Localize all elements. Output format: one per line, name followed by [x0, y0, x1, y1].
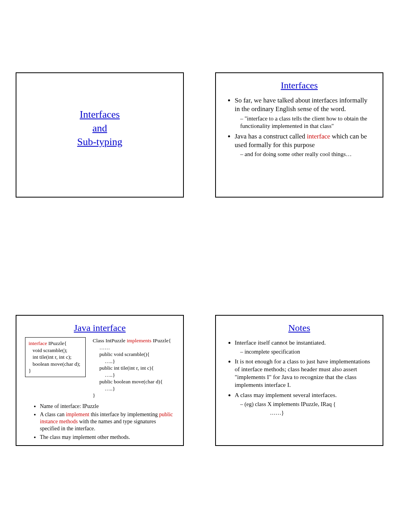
title-line-2: and	[92, 121, 107, 135]
t: this interface by implementing	[89, 412, 159, 417]
bullet: A class may implement several interfaces…	[235, 391, 374, 417]
sub-bullet: (eg) class X implements IPuzzle, IRaq {	[240, 401, 374, 408]
slide4-title: Notes	[225, 323, 374, 333]
bullet: A class can implement this interface by …	[40, 411, 174, 433]
keyword-interface: interface	[307, 133, 330, 140]
sub-bullets: and for doing some other really cool thi…	[235, 151, 374, 158]
slide3-title: Java interface	[25, 323, 174, 333]
kw-interface: interface	[29, 340, 47, 346]
slide-row-1: Interfaces and Sub-typing Interfaces So …	[0, 0, 399, 198]
slide4-bullets: Interface itself cannot be instantiated.…	[225, 339, 374, 417]
slide-java-interface: Java interface interface IPuzzle{ void s…	[16, 315, 184, 446]
class-code: Class IntPuzzle implements IPuzzle{ …… p…	[93, 337, 174, 399]
slide2-title: Interfaces	[225, 80, 374, 91]
kw-implements: implements	[127, 338, 151, 343]
bullet: Java has a construct called interface wh…	[235, 132, 374, 158]
class-body: IPuzzle{ …… public void scramble(){ …..}…	[93, 338, 171, 398]
title-block: Interfaces and Sub-typing	[25, 80, 174, 190]
interface-code-box: interface IPuzzle{ void scramble(); int …	[25, 337, 86, 377]
bullet-text: A class may implement several interfaces…	[235, 392, 337, 398]
kw-implement: implement	[66, 412, 89, 417]
page: Interfaces and Sub-typing Interfaces So …	[0, 0, 399, 532]
sub-bullets: (eg) class X implements IPuzzle, IRaq {	[235, 401, 374, 408]
slide3-bullets: Name of interface: IPuzzle A class can i…	[25, 403, 174, 441]
title-line-1: Interfaces	[80, 108, 120, 121]
bullet: Name of interface: IPuzzle	[40, 403, 174, 410]
slide-row-2: Java interface interface IPuzzle{ void s…	[0, 198, 399, 446]
code-row: interface IPuzzle{ void scramble(); int …	[25, 337, 174, 399]
sub-bullets: "interface to a class tells the client h…	[235, 115, 374, 130]
bullet-text: So far, we have talked about interfaces …	[235, 97, 367, 113]
bullet: It is not enough for a class to just hav…	[235, 358, 374, 388]
sub-bullet: and for doing some other really cool thi…	[240, 151, 374, 158]
eg-continuation: ……}	[235, 409, 374, 417]
class-head-a: Class IntPuzzle	[93, 338, 127, 343]
bullet: The class may implement other methods.	[40, 434, 174, 441]
title-line-3: Sub-typing	[77, 135, 122, 149]
slide2-bullets: So far, we have talked about interfaces …	[225, 96, 374, 158]
sub-bullet: "interface to a class tells the client h…	[240, 115, 374, 130]
sub-bullet: incomplete specification	[240, 348, 374, 356]
bullet: Interface itself cannot be instantiated.…	[235, 339, 374, 355]
bullet-text-a: Java has a construct called	[235, 133, 307, 140]
sub-bullets: incomplete specification	[235, 348, 374, 356]
slide-title: Interfaces and Sub-typing	[16, 72, 184, 198]
bullet-text: Interface itself cannot be instantiated.	[235, 339, 326, 346]
slide-interfaces: Interfaces So far, we have talked about …	[215, 72, 383, 198]
bullet: So far, we have talked about interfaces …	[235, 96, 374, 130]
t: A class can	[40, 412, 66, 417]
slide-notes: Notes Interface itself cannot be instant…	[215, 315, 383, 446]
